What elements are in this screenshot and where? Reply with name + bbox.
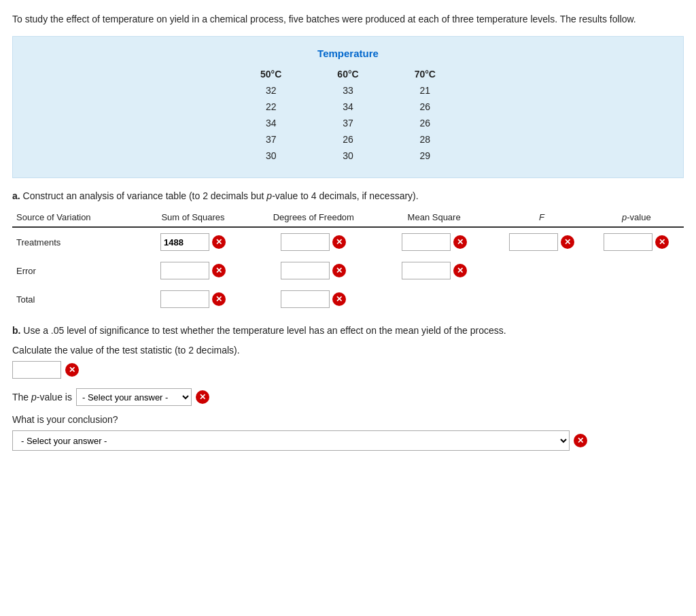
temp-cell-0-1: 33 <box>309 82 386 99</box>
temp-cell-0-2: 21 <box>387 82 464 99</box>
conclusion-label: What is your conclusion? <box>12 414 684 425</box>
treatments-ss-clear[interactable]: ✕ <box>212 235 226 249</box>
anova-header-df: Degrees of Freedom <box>254 209 374 227</box>
treatments-ss-cell: ✕ <box>133 227 253 256</box>
pvalue-clear[interactable]: ✕ <box>196 390 209 404</box>
question-a-text: a. Construct an analysis of variance tab… <box>12 190 684 201</box>
total-ss-cell: ✕ <box>133 285 253 313</box>
question-a-label: a. <box>12 190 20 201</box>
error-ss-input[interactable] <box>160 262 209 279</box>
temp-cell-1-1: 34 <box>309 99 386 115</box>
question-b-text: b. Use a .05 level of significance to te… <box>12 323 684 338</box>
total-ss-clear[interactable]: ✕ <box>212 292 226 306</box>
intro-paragraph: To study the effect of temperature on yi… <box>12 12 684 27</box>
col-header-50: 50°C <box>232 66 309 82</box>
temp-cell-3-0: 37 <box>232 131 309 148</box>
temp-cell-2-0: 34 <box>232 115 309 131</box>
error-df-input[interactable] <box>281 262 330 279</box>
test-stat-clear[interactable]: ✕ <box>65 363 79 377</box>
temp-cell-3-2: 28 <box>387 131 464 148</box>
temp-cell-4-0: 30 <box>232 148 309 164</box>
anova-header-ss: Sum of Squares <box>133 209 253 227</box>
treatments-ms-input[interactable] <box>402 233 451 251</box>
pvalue-select[interactable]: - Select your answer - less than .01 bet… <box>76 388 192 406</box>
temp-cell-2-2: 26 <box>387 115 464 131</box>
anova-row-error: Error ✕ ✕ ✕ <box>12 256 684 285</box>
total-p-cell <box>589 285 684 313</box>
anova-header-p: p-value <box>589 209 684 227</box>
treatments-df-input[interactable] <box>281 233 330 251</box>
pvalue-prefix: The p-value is <box>12 392 72 403</box>
question-b-label: b. <box>12 325 20 336</box>
conclusion-clear[interactable]: ✕ <box>574 434 587 447</box>
test-stat-row: ✕ <box>12 361 684 379</box>
total-df-clear[interactable]: ✕ <box>332 292 346 306</box>
treatments-f-input[interactable] <box>509 233 558 251</box>
total-label: Total <box>12 285 133 313</box>
anova-row-total: Total ✕ ✕ <box>12 285 684 313</box>
temp-cell-2-1: 37 <box>309 115 386 131</box>
calc-label-text: Calculate the value of the test statisti… <box>12 345 684 356</box>
anova-header-ms: Mean Square <box>374 209 494 227</box>
temperature-table-title: Temperature <box>317 48 379 59</box>
temperature-table-wrapper: Temperature 50°C 60°C 70°C 3233212234263… <box>12 36 684 178</box>
treatments-ss-input[interactable] <box>160 233 209 251</box>
temp-cell-3-1: 26 <box>309 131 386 148</box>
treatments-p-input[interactable] <box>604 233 652 251</box>
col-header-70: 70°C <box>387 66 464 82</box>
temp-cell-1-0: 22 <box>232 99 309 115</box>
error-p-cell <box>589 256 684 285</box>
treatments-ms-clear[interactable]: ✕ <box>453 235 467 249</box>
temp-cell-4-1: 30 <box>309 148 386 164</box>
total-df-input[interactable] <box>281 290 330 308</box>
temperature-data-table: 50°C 60°C 70°C 3233212234263437263726283… <box>232 66 464 164</box>
treatments-p-cell: ✕ <box>589 227 684 256</box>
pvalue-row: The p-value is - Select your answer - le… <box>12 388 684 406</box>
treatments-f-clear[interactable]: ✕ <box>561 235 574 249</box>
error-df-clear[interactable]: ✕ <box>332 264 346 277</box>
anova-header-f: F <box>494 209 589 227</box>
temp-cell-4-2: 29 <box>387 148 464 164</box>
treatments-df-cell: ✕ <box>254 227 374 256</box>
conclusion-select[interactable]: - Select your answer - Reject H0. Temper… <box>12 430 570 451</box>
anova-table: Source of Variation Sum of Squares Degre… <box>12 209 684 313</box>
total-df-cell: ✕ <box>254 285 374 313</box>
treatments-df-clear[interactable]: ✕ <box>332 235 346 249</box>
treatments-p-clear[interactable]: ✕ <box>655 235 669 249</box>
col-header-60: 60°C <box>309 66 386 82</box>
error-ss-cell: ✕ <box>133 256 253 285</box>
temp-cell-1-2: 26 <box>387 99 464 115</box>
error-df-cell: ✕ <box>254 256 374 285</box>
conclusion-select-row: - Select your answer - Reject H0. Temper… <box>12 430 684 451</box>
error-ms-clear[interactable]: ✕ <box>453 264 467 277</box>
anova-row-treatments: Treatments ✕ ✕ ✕ <box>12 227 684 256</box>
treatments-ms-cell: ✕ <box>374 227 494 256</box>
treatments-f-cell: ✕ <box>494 227 589 256</box>
test-stat-input[interactable] <box>12 361 61 379</box>
temp-cell-0-0: 32 <box>232 82 309 99</box>
error-label: Error <box>12 256 133 285</box>
error-ss-clear[interactable]: ✕ <box>212 264 226 277</box>
error-ms-input[interactable] <box>402 262 451 279</box>
treatments-label: Treatments <box>12 227 133 256</box>
total-f-cell <box>494 285 589 313</box>
anova-header-source: Source of Variation <box>12 209 133 227</box>
error-f-cell <box>494 256 589 285</box>
total-ms-cell <box>374 285 494 313</box>
total-ss-input[interactable] <box>160 290 209 308</box>
error-ms-cell: ✕ <box>374 256 494 285</box>
